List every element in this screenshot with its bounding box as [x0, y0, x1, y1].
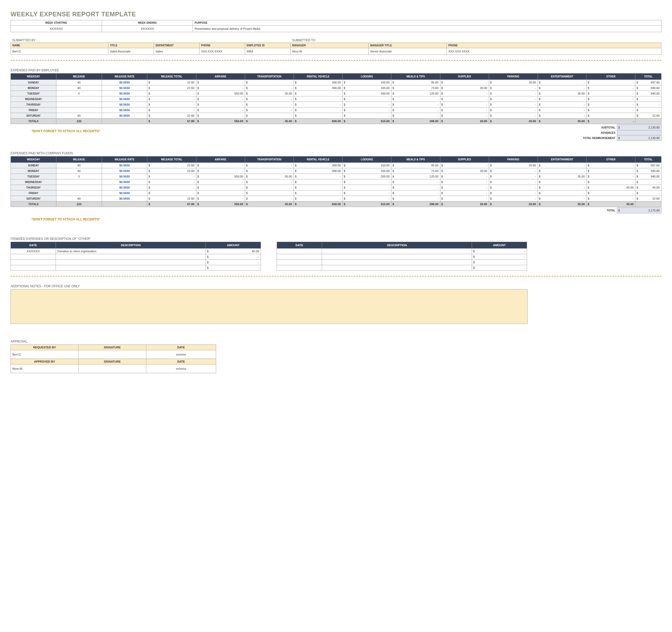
app-sig[interactable]: [78, 364, 146, 373]
cell-rv[interactable]: $-: [294, 191, 342, 196]
cell-me[interactable]: $-: [391, 185, 440, 191]
cell-tr[interactable]: $-: [245, 163, 293, 168]
cell-tr[interactable]: $-: [245, 196, 293, 201]
mileage[interactable]: 40: [56, 80, 102, 85]
item-date[interactable]: [277, 249, 322, 254]
cell-pa[interactable]: $-: [489, 196, 537, 201]
cell-air[interactable]: $-: [196, 163, 245, 168]
cell-me[interactable]: $73.00: [391, 85, 440, 91]
cell-tr[interactable]: $-: [245, 85, 293, 91]
cell-tr[interactable]: $35.00: [245, 91, 293, 96]
cell-me[interactable]: $73.00: [391, 168, 440, 174]
cell-su[interactable]: $-: [440, 196, 489, 201]
cell-ot[interactable]: $-: [586, 168, 635, 174]
cell-su[interactable]: $20.00: [440, 168, 489, 174]
item-desc[interactable]: Donation to client organization: [55, 249, 206, 254]
v-mgr[interactable]: Nora W.: [290, 48, 368, 55]
cell-en[interactable]: $-: [537, 96, 586, 102]
cell-en[interactable]: $-: [537, 196, 586, 201]
cell-su[interactable]: $-: [440, 96, 489, 102]
cell-su[interactable]: $-: [440, 107, 489, 113]
cell-rv[interactable]: $-: [294, 113, 342, 119]
cell-su[interactable]: $-: [440, 80, 489, 85]
cell-lo[interactable]: $200.00: [342, 91, 391, 96]
cell-en[interactable]: $35.00: [537, 91, 586, 96]
cell-air[interactable]: $-: [196, 179, 245, 185]
cell-rv[interactable]: $300.00: [294, 85, 342, 91]
v-title[interactable]: Sales Associate: [108, 48, 154, 55]
req-sig[interactable]: [78, 350, 146, 359]
mileage[interactable]: 0: [56, 174, 102, 179]
cell-lo[interactable]: $165.00: [342, 168, 391, 174]
cell-me[interactable]: $-: [391, 179, 440, 185]
cell-tr[interactable]: $-: [245, 80, 293, 85]
cell-tr[interactable]: $-: [245, 113, 293, 119]
cell-su[interactable]: $-: [440, 91, 489, 96]
cell-rv[interactable]: $-: [294, 96, 342, 102]
cell-tr[interactable]: $-: [245, 179, 293, 185]
cell-pa[interactable]: $-: [489, 174, 537, 179]
cell-air[interactable]: $-: [196, 185, 245, 191]
item-desc[interactable]: [322, 260, 472, 265]
mileage[interactable]: [56, 102, 102, 107]
cell-air[interactable]: $-: [196, 191, 245, 196]
cell-rv[interactable]: $-: [294, 179, 342, 185]
cell-en[interactable]: $-: [537, 163, 586, 168]
cell-rv[interactable]: $-: [294, 196, 342, 201]
cell-rv[interactable]: $-: [294, 107, 342, 113]
cell-en[interactable]: $-: [537, 107, 586, 113]
v-dept[interactable]: Sales: [154, 48, 199, 55]
item-desc[interactable]: [322, 254, 472, 260]
cell-en[interactable]: $-: [537, 179, 586, 185]
cell-su[interactable]: $-: [440, 102, 489, 107]
item-amount[interactable]: $-: [472, 249, 527, 254]
week-end-value[interactable]: XX/XX/XX: [102, 26, 193, 32]
item-amount[interactable]: $-: [206, 254, 261, 260]
cell-rv[interactable]: $-: [294, 185, 342, 191]
week-start-value[interactable]: XX/XX/XX: [11, 26, 102, 32]
cell-ot[interactable]: $-: [586, 107, 635, 113]
item-date[interactable]: [277, 265, 322, 271]
item-amount[interactable]: $-: [472, 265, 527, 271]
v-mgrtitle[interactable]: Senior Associate: [368, 48, 447, 55]
cell-en[interactable]: $-: [537, 102, 586, 107]
cell-pa[interactable]: $-: [489, 107, 537, 113]
cell-lo[interactable]: $165.00: [342, 85, 391, 91]
cell-tr[interactable]: $-: [245, 168, 293, 174]
item-amount[interactable]: $-: [472, 260, 527, 265]
item-date[interactable]: XX/XX/XX: [11, 249, 56, 254]
cell-air[interactable]: $550.00: [196, 91, 245, 96]
cell-ot[interactable]: $-: [586, 163, 635, 168]
cell-air[interactable]: $-: [196, 85, 245, 91]
cell-ot[interactable]: $-: [586, 174, 635, 179]
mileage[interactable]: [56, 191, 102, 196]
cell-ot[interactable]: $-: [586, 113, 635, 119]
cell-su[interactable]: $-: [440, 191, 489, 196]
cell-ot[interactable]: $-: [586, 179, 635, 185]
mileage[interactable]: 40: [56, 163, 102, 168]
cell-lo[interactable]: $-: [342, 107, 391, 113]
cell-air[interactable]: $-: [196, 80, 245, 85]
mileage[interactable]: [56, 185, 102, 191]
cell-air[interactable]: $550.00: [196, 174, 245, 179]
cell-me[interactable]: $-: [391, 96, 440, 102]
cell-ot[interactable]: $-: [586, 80, 635, 85]
item-desc[interactable]: [55, 265, 206, 271]
item-date[interactable]: [277, 260, 322, 265]
cell-air[interactable]: $-: [196, 102, 245, 107]
cell-me[interactable]: $120.00: [391, 174, 440, 179]
cell-me[interactable]: $-: [391, 191, 440, 196]
cell-pa[interactable]: $20.00: [489, 80, 537, 85]
cell-pa[interactable]: $-: [489, 85, 537, 91]
req-by-v[interactable]: Bert D.: [11, 350, 78, 359]
cell-tr[interactable]: $35.00: [245, 174, 293, 179]
cell-pa[interactable]: $-: [489, 96, 537, 102]
cell-rv[interactable]: $300.00: [294, 168, 342, 174]
item-date[interactable]: [11, 260, 56, 265]
cell-lo[interactable]: $-: [342, 191, 391, 196]
cell-su[interactable]: $-: [440, 185, 489, 191]
v-empid[interactable]: 8954: [245, 48, 290, 55]
cell-en[interactable]: $-: [537, 113, 586, 119]
cell-en[interactable]: $-: [537, 168, 586, 174]
purpose-value[interactable]: Presentation and proposal delivery of Pr…: [193, 26, 662, 32]
